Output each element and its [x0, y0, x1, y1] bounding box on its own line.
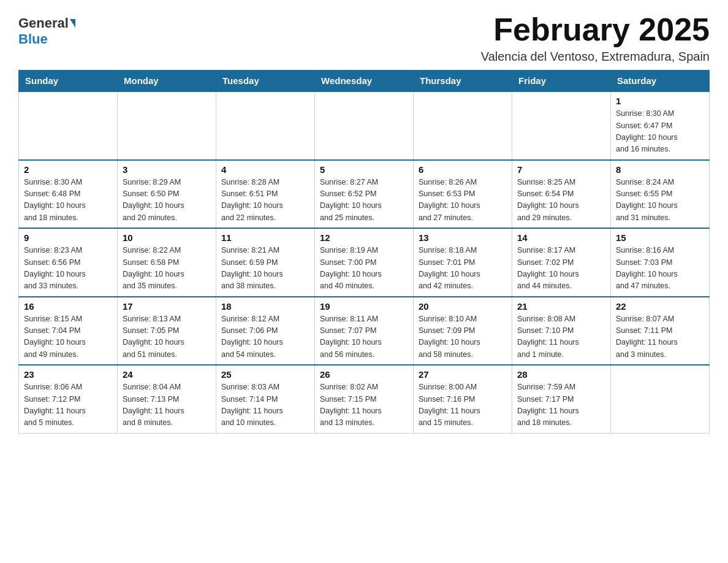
calendar-day-cell	[118, 91, 216, 160]
calendar-title: February 2025	[481, 12, 710, 47]
day-info: Sunrise: 8:25 AMSunset: 6:54 PMDaylight:…	[517, 177, 605, 224]
calendar-day-cell: 22Sunrise: 8:07 AMSunset: 7:11 PMDayligh…	[611, 297, 710, 366]
day-number: 13	[419, 232, 507, 243]
day-number: 22	[616, 301, 704, 312]
calendar-day-cell: 3Sunrise: 8:29 AMSunset: 6:50 PMDaylight…	[118, 160, 216, 229]
calendar-day-cell: 6Sunrise: 8:26 AMSunset: 6:53 PMDaylight…	[414, 160, 512, 229]
calendar-day-cell: 12Sunrise: 8:19 AMSunset: 7:00 PMDayligh…	[315, 228, 414, 297]
logo: General Blue	[18, 15, 75, 47]
calendar-day-cell: 10Sunrise: 8:22 AMSunset: 6:58 PMDayligh…	[118, 228, 216, 297]
day-info: Sunrise: 8:30 AMSunset: 6:47 PMDaylight:…	[616, 108, 704, 156]
day-info: Sunrise: 8:03 AMSunset: 7:14 PMDaylight:…	[221, 381, 309, 429]
day-info: Sunrise: 8:22 AMSunset: 6:58 PMDaylight:…	[123, 245, 211, 293]
calendar-day-cell: 7Sunrise: 8:25 AMSunset: 6:54 PMDaylight…	[512, 160, 611, 229]
calendar-day-cell: 27Sunrise: 8:00 AMSunset: 7:16 PMDayligh…	[414, 365, 512, 433]
calendar-week-row: 1Sunrise: 8:30 AMSunset: 6:47 PMDaylight…	[19, 91, 710, 160]
day-number: 28	[517, 369, 605, 380]
day-number: 7	[517, 164, 605, 175]
day-info: Sunrise: 8:16 AMSunset: 7:03 PMDaylight:…	[616, 245, 704, 293]
calendar-day-cell: 17Sunrise: 8:13 AMSunset: 7:05 PMDayligh…	[118, 297, 216, 366]
calendar-day-cell: 26Sunrise: 8:02 AMSunset: 7:15 PMDayligh…	[315, 365, 414, 433]
day-number: 14	[517, 232, 605, 243]
weekday-header-monday: Monday	[118, 71, 216, 92]
day-info: Sunrise: 8:26 AMSunset: 6:53 PMDaylight:…	[419, 177, 507, 224]
logo-blue-text: Blue	[18, 31, 48, 47]
calendar-day-cell: 11Sunrise: 8:21 AMSunset: 6:59 PMDayligh…	[216, 228, 315, 297]
day-number: 1	[616, 96, 704, 106]
day-number: 15	[616, 232, 704, 243]
calendar-day-cell: 14Sunrise: 8:17 AMSunset: 7:02 PMDayligh…	[512, 228, 611, 297]
calendar-day-cell: 15Sunrise: 8:16 AMSunset: 7:03 PMDayligh…	[611, 228, 710, 297]
calendar-day-cell	[19, 91, 118, 160]
day-info: Sunrise: 8:08 AMSunset: 7:10 PMDaylight:…	[517, 313, 605, 361]
day-info: Sunrise: 8:12 AMSunset: 7:06 PMDaylight:…	[221, 313, 309, 361]
calendar-week-row: 16Sunrise: 8:15 AMSunset: 7:04 PMDayligh…	[19, 297, 710, 366]
day-info: Sunrise: 8:15 AMSunset: 7:04 PMDaylight:…	[24, 313, 112, 361]
calendar-day-cell: 9Sunrise: 8:23 AMSunset: 6:56 PMDaylight…	[19, 228, 118, 297]
calendar-day-cell: 13Sunrise: 8:18 AMSunset: 7:01 PMDayligh…	[414, 228, 512, 297]
day-info: Sunrise: 8:00 AMSunset: 7:16 PMDaylight:…	[419, 381, 507, 429]
day-info: Sunrise: 8:07 AMSunset: 7:11 PMDaylight:…	[616, 313, 704, 361]
calendar-day-cell: 1Sunrise: 8:30 AMSunset: 6:47 PMDaylight…	[611, 91, 710, 160]
weekday-header-saturday: Saturday	[611, 71, 710, 92]
weekday-header-thursday: Thursday	[414, 71, 512, 92]
calendar-day-cell: 28Sunrise: 7:59 AMSunset: 7:17 PMDayligh…	[512, 365, 611, 433]
day-number: 27	[419, 369, 507, 380]
calendar-day-cell: 18Sunrise: 8:12 AMSunset: 7:06 PMDayligh…	[216, 297, 315, 366]
weekday-header-friday: Friday	[512, 71, 611, 92]
day-info: Sunrise: 8:10 AMSunset: 7:09 PMDaylight:…	[419, 313, 507, 361]
title-block: February 2025 Valencia del Ventoso, Extr…	[481, 12, 710, 64]
calendar-day-cell: 8Sunrise: 8:24 AMSunset: 6:55 PMDaylight…	[611, 160, 710, 229]
day-info: Sunrise: 8:13 AMSunset: 7:05 PMDaylight:…	[123, 313, 211, 361]
calendar-day-cell	[512, 91, 611, 160]
calendar-day-cell: 25Sunrise: 8:03 AMSunset: 7:14 PMDayligh…	[216, 365, 315, 433]
day-info: Sunrise: 8:27 AMSunset: 6:52 PMDaylight:…	[320, 177, 408, 224]
page-header: General Blue February 2025 Valencia del …	[18, 12, 710, 64]
calendar-day-cell	[414, 91, 512, 160]
day-number: 10	[123, 232, 211, 243]
day-number: 16	[24, 301, 112, 312]
calendar-subtitle: Valencia del Ventoso, Extremadura, Spain	[481, 50, 710, 64]
day-number: 8	[616, 164, 704, 175]
calendar-day-cell: 2Sunrise: 8:30 AMSunset: 6:48 PMDaylight…	[19, 160, 118, 229]
day-info: Sunrise: 8:29 AMSunset: 6:50 PMDaylight:…	[123, 177, 211, 224]
day-number: 5	[320, 164, 408, 175]
day-number: 20	[419, 301, 507, 312]
calendar-day-cell	[315, 91, 414, 160]
day-info: Sunrise: 8:30 AMSunset: 6:48 PMDaylight:…	[24, 177, 112, 224]
calendar-day-cell: 20Sunrise: 8:10 AMSunset: 7:09 PMDayligh…	[414, 297, 512, 366]
weekday-header-wednesday: Wednesday	[315, 71, 414, 92]
weekday-header-tuesday: Tuesday	[216, 71, 315, 92]
day-info: Sunrise: 8:04 AMSunset: 7:13 PMDaylight:…	[123, 381, 211, 429]
weekday-header-sunday: Sunday	[19, 71, 118, 92]
day-number: 6	[419, 164, 507, 175]
day-number: 25	[221, 369, 309, 380]
day-info: Sunrise: 8:21 AMSunset: 6:59 PMDaylight:…	[221, 245, 309, 293]
calendar-day-cell	[216, 91, 315, 160]
day-number: 4	[221, 164, 309, 175]
day-info: Sunrise: 8:23 AMSunset: 6:56 PMDaylight:…	[24, 245, 112, 293]
day-number: 3	[123, 164, 211, 175]
calendar-day-cell	[611, 365, 710, 433]
calendar-day-cell: 23Sunrise: 8:06 AMSunset: 7:12 PMDayligh…	[19, 365, 118, 433]
day-number: 19	[320, 301, 408, 312]
calendar-day-cell: 5Sunrise: 8:27 AMSunset: 6:52 PMDaylight…	[315, 160, 414, 229]
day-number: 11	[221, 232, 309, 243]
logo-general-text: General	[18, 15, 69, 31]
day-number: 12	[320, 232, 408, 243]
calendar-day-cell: 21Sunrise: 8:08 AMSunset: 7:10 PMDayligh…	[512, 297, 611, 366]
day-info: Sunrise: 8:11 AMSunset: 7:07 PMDaylight:…	[320, 313, 408, 361]
day-info: Sunrise: 8:24 AMSunset: 6:55 PMDaylight:…	[616, 177, 704, 224]
calendar-table: SundayMondayTuesdayWednesdayThursdayFrid…	[18, 70, 710, 434]
calendar-week-row: 2Sunrise: 8:30 AMSunset: 6:48 PMDaylight…	[19, 160, 710, 229]
day-number: 9	[24, 232, 112, 243]
day-number: 23	[24, 369, 112, 380]
day-number: 18	[221, 301, 309, 312]
calendar-week-row: 9Sunrise: 8:23 AMSunset: 6:56 PMDaylight…	[19, 228, 710, 297]
day-number: 2	[24, 164, 112, 175]
calendar-day-cell: 19Sunrise: 8:11 AMSunset: 7:07 PMDayligh…	[315, 297, 414, 366]
day-info: Sunrise: 8:17 AMSunset: 7:02 PMDaylight:…	[517, 245, 605, 293]
day-info: Sunrise: 8:06 AMSunset: 7:12 PMDaylight:…	[24, 381, 112, 429]
day-info: Sunrise: 8:02 AMSunset: 7:15 PMDaylight:…	[320, 381, 408, 429]
calendar-day-cell: 4Sunrise: 8:28 AMSunset: 6:51 PMDaylight…	[216, 160, 315, 229]
